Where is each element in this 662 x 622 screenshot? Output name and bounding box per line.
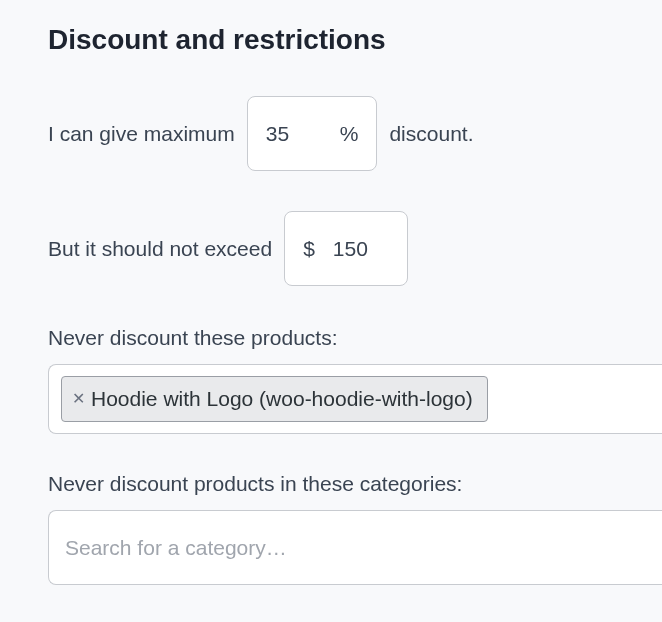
remove-tag-icon[interactable]: ✕ bbox=[72, 391, 85, 407]
product-tag: ✕ Hoodie with Logo (woo-hoodie-with-logo… bbox=[61, 376, 488, 422]
exclude-categories-select[interactable] bbox=[48, 510, 662, 585]
product-tag-label: Hoodie with Logo (woo-hoodie-with-logo) bbox=[91, 387, 473, 411]
exclude-products-label: Never discount these products: bbox=[48, 326, 662, 350]
max-amount-input-group: $ bbox=[284, 211, 408, 286]
percent-unit: % bbox=[340, 122, 359, 146]
currency-unit: $ bbox=[303, 237, 315, 261]
max-amount-input[interactable] bbox=[333, 237, 389, 261]
max-discount-prefix: I can give maximum bbox=[48, 122, 235, 146]
max-discount-input[interactable] bbox=[266, 122, 322, 146]
max-discount-suffix: discount. bbox=[389, 122, 473, 146]
category-search-input[interactable] bbox=[65, 536, 646, 560]
max-amount-row: But it should not exceed $ bbox=[48, 211, 662, 286]
exclude-categories-label: Never discount products in these categor… bbox=[48, 472, 662, 496]
max-discount-row: I can give maximum % discount. bbox=[48, 96, 662, 171]
section-heading: Discount and restrictions bbox=[48, 24, 662, 56]
exclude-products-select[interactable]: ✕ Hoodie with Logo (woo-hoodie-with-logo… bbox=[48, 364, 662, 434]
max-amount-prefix: But it should not exceed bbox=[48, 237, 272, 261]
max-discount-input-group: % bbox=[247, 96, 378, 171]
